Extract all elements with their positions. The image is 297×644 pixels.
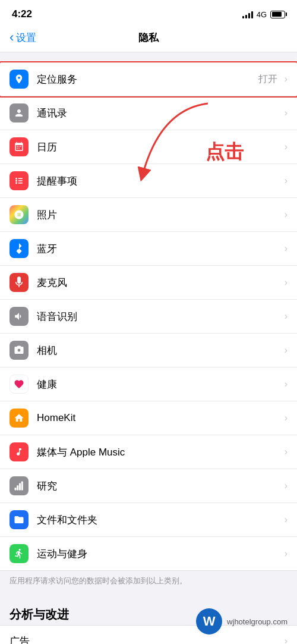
list-item-files[interactable]: 文件和文件夹 › xyxy=(0,503,297,537)
list-item-fitness[interactable]: 运动与健身 › xyxy=(0,537,297,570)
media-label: 媒体与 Apple Music xyxy=(37,445,281,459)
location-icon xyxy=(10,70,29,89)
section-footer: 应用程序请求访问您的数据时会被添加到以上类别。 xyxy=(0,571,297,593)
chevron-right-icon: › xyxy=(285,243,287,254)
list-item-media[interactable]: 媒体与 Apple Music › xyxy=(0,435,297,469)
chevron-right-icon: › xyxy=(285,175,287,186)
list-item-reminders[interactable]: 提醒事项 › xyxy=(0,164,297,198)
list-item-contacts[interactable]: 通讯录 › xyxy=(0,96,297,130)
ads-label: 广告 xyxy=(10,634,281,644)
page-title: 隐私 xyxy=(138,31,159,45)
svg-rect-6 xyxy=(18,183,23,184)
homekit-label: HomeKit xyxy=(37,412,281,424)
chevron-right-icon: › xyxy=(285,108,287,118)
photos-icon xyxy=(10,205,29,224)
bluetooth-icon xyxy=(10,239,29,258)
microphone-icon xyxy=(10,273,29,292)
camera-label: 相机 xyxy=(37,344,281,357)
list-item-research[interactable]: 研究 › xyxy=(0,469,297,503)
files-icon xyxy=(10,510,29,529)
chevron-right-icon: › xyxy=(285,636,287,644)
svg-rect-4 xyxy=(18,178,23,180)
calendar-label: 日历 xyxy=(37,140,281,154)
list-item-calendar[interactable]: 日历 › xyxy=(0,130,297,164)
reminders-label: 提醒事项 xyxy=(37,174,281,188)
nav-bar: ‹ 设置 隐私 xyxy=(0,26,297,52)
homekit-icon xyxy=(10,409,29,428)
contacts-icon xyxy=(10,103,29,122)
chevron-right-icon: › xyxy=(285,514,287,525)
reminders-icon xyxy=(10,171,29,190)
list-item-homekit[interactable]: HomeKit › xyxy=(0,401,297,435)
network-label: 4G xyxy=(257,10,267,19)
svg-point-2 xyxy=(15,180,17,182)
research-label: 研究 xyxy=(37,479,281,493)
svg-rect-9 xyxy=(19,483,21,491)
health-icon xyxy=(10,375,29,394)
status-time: 4:22 xyxy=(12,8,32,20)
files-label: 文件和文件夹 xyxy=(37,513,281,527)
research-icon xyxy=(10,476,29,495)
chevron-right-icon: › xyxy=(285,480,287,491)
bluetooth-label: 蓝牙 xyxy=(37,242,281,256)
contacts-label: 通讯录 xyxy=(37,106,281,120)
chevron-right-icon: › xyxy=(285,74,287,84)
status-bar: 4:22 4G xyxy=(0,0,297,26)
svg-point-3 xyxy=(15,182,17,184)
location-label: 定位服务 xyxy=(37,73,258,86)
svg-rect-5 xyxy=(18,180,23,181)
list-item-health[interactable]: 健康 › xyxy=(0,367,297,401)
chevron-right-icon: › xyxy=(285,311,287,322)
chevron-right-icon: › xyxy=(285,379,287,389)
chevron-left-icon: ‹ xyxy=(10,31,14,44)
photos-label: 照片 xyxy=(37,208,281,222)
privacy-list: 定位服务 打开 › 通讯录 › xyxy=(0,62,297,571)
svg-rect-10 xyxy=(21,482,23,491)
fitness-icon xyxy=(10,544,29,563)
chevron-right-icon: › xyxy=(285,345,287,356)
calendar-icon xyxy=(10,137,29,156)
speech-label: 语音识别 xyxy=(37,310,281,323)
list-item-microphone[interactable]: 麦克风 › xyxy=(0,266,297,300)
back-label: 设置 xyxy=(16,31,36,45)
status-icons: 4G xyxy=(242,10,285,19)
chevron-right-icon: › xyxy=(285,209,287,220)
chevron-right-icon: › xyxy=(285,413,287,423)
camera-icon xyxy=(10,341,29,360)
list-item-location[interactable]: 定位服务 打开 › xyxy=(0,62,297,96)
signal-icon xyxy=(242,10,253,18)
chevron-right-icon: › xyxy=(285,277,287,288)
list-item-speech[interactable]: 语音识别 › xyxy=(0,300,297,334)
svg-rect-7 xyxy=(15,488,17,491)
svg-point-1 xyxy=(15,178,17,180)
health-label: 健康 xyxy=(37,378,281,391)
privacy-section: 定位服务 打开 › 通讯录 › xyxy=(0,62,297,593)
location-value: 打开 xyxy=(258,73,277,86)
list-item-camera[interactable]: 相机 › xyxy=(0,334,297,367)
list-item-bluetooth[interactable]: 蓝牙 › xyxy=(0,232,297,266)
chevron-right-icon: › xyxy=(285,548,287,559)
chevron-right-icon: › xyxy=(285,447,287,457)
watermark: W wjhotelgroup.com xyxy=(196,608,287,634)
music-icon xyxy=(10,442,29,461)
back-button[interactable]: ‹ 设置 xyxy=(10,31,36,45)
svg-rect-8 xyxy=(17,485,18,490)
microphone-label: 麦克风 xyxy=(37,276,281,290)
chevron-right-icon: › xyxy=(285,142,287,152)
main-content: 点击 定位服务 打开 › 通讯录 xyxy=(0,62,297,644)
watermark-logo: W xyxy=(196,608,222,634)
battery-icon xyxy=(270,11,285,18)
watermark-site: wjhotelgroup.com xyxy=(227,617,287,626)
fitness-label: 运动与健身 xyxy=(37,547,281,561)
list-item-photos[interactable]: 照片 › xyxy=(0,198,297,232)
speech-icon xyxy=(10,307,29,326)
